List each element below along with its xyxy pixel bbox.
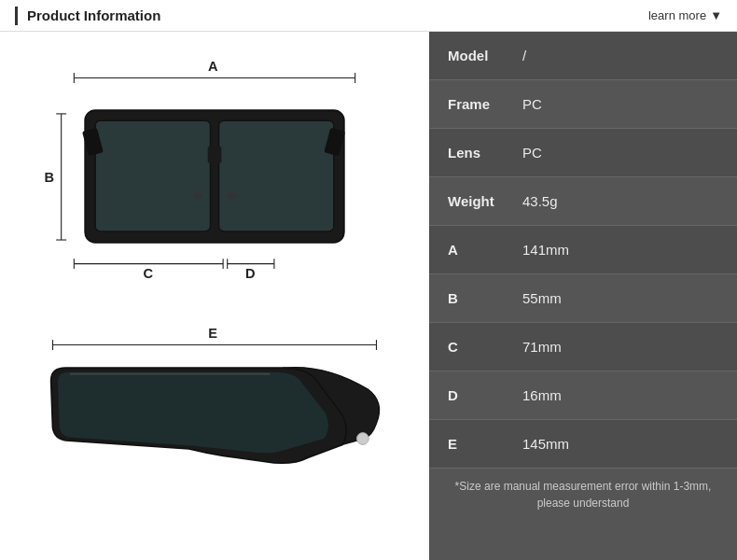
svg-rect-20 xyxy=(82,128,104,157)
header-bar-accent xyxy=(15,7,18,25)
side-dimension-svg: E xyxy=(19,312,410,526)
svg-text:A: A xyxy=(208,59,218,74)
side-view-container: E xyxy=(19,312,410,526)
spec-note: *Size are manual measurement error withi… xyxy=(429,469,737,521)
svg-point-23 xyxy=(228,192,236,199)
spec-value: 55mm xyxy=(522,290,562,306)
svg-rect-16 xyxy=(85,110,344,243)
svg-text:D: D xyxy=(245,266,256,281)
spec-row: D 16mm xyxy=(429,371,737,420)
spec-label: Lens xyxy=(448,145,522,161)
spec-row: C 71mm xyxy=(429,323,737,371)
page-header: Product Information learn more ▼ xyxy=(0,0,737,32)
spec-value: 145mm xyxy=(522,436,569,452)
spec-label: D xyxy=(448,387,522,403)
svg-point-22 xyxy=(193,192,202,199)
front-dimension-svg: A B C D xyxy=(19,41,410,302)
learn-more-label: learn more xyxy=(648,8,706,22)
spec-label: C xyxy=(448,339,522,355)
spec-label: E xyxy=(448,436,522,452)
spec-value: 141mm xyxy=(522,242,569,258)
svg-rect-18 xyxy=(219,120,334,231)
page-title: Product Information xyxy=(27,7,160,23)
svg-rect-21 xyxy=(324,128,345,157)
spec-row: B 55mm xyxy=(429,274,737,323)
spec-label: B xyxy=(448,290,522,306)
svg-text:E: E xyxy=(208,326,217,341)
spec-label: Weight xyxy=(448,193,522,209)
spec-label: Model xyxy=(448,48,522,63)
spec-value: PC xyxy=(522,96,542,112)
spec-row: Model / xyxy=(429,32,737,80)
svg-point-28 xyxy=(356,433,368,445)
spec-label: A xyxy=(448,242,522,258)
spec-row: A 141mm xyxy=(429,226,737,274)
learn-more-button[interactable]: learn more ▼ xyxy=(648,8,722,22)
spec-row: Weight 43.5g xyxy=(429,177,737,226)
svg-text:C: C xyxy=(144,266,154,281)
spec-value: 71mm xyxy=(522,339,562,355)
spec-label: Frame xyxy=(448,96,522,112)
svg-rect-17 xyxy=(95,120,210,231)
spec-value: / xyxy=(522,48,526,63)
left-panel: A B C D xyxy=(0,32,429,560)
header-left: Product Information xyxy=(15,7,160,25)
spec-row: E 145mm xyxy=(429,420,737,469)
spec-row: Lens PC xyxy=(429,129,737,177)
right-panel: Model / Frame PC Lens PC Weight 43.5g A … xyxy=(429,32,737,560)
svg-text:B: B xyxy=(45,170,55,185)
spec-row: Frame PC xyxy=(429,80,737,129)
front-view-container: A B C D xyxy=(19,41,410,302)
spec-value: PC xyxy=(522,145,542,161)
main-content: A B C D xyxy=(0,32,737,560)
specs-table: Model / Frame PC Lens PC Weight 43.5g A … xyxy=(429,32,737,469)
spec-value: 43.5g xyxy=(522,193,558,209)
dropdown-icon: ▼ xyxy=(710,8,722,22)
svg-rect-19 xyxy=(208,147,222,163)
spec-value: 16mm xyxy=(522,387,562,403)
